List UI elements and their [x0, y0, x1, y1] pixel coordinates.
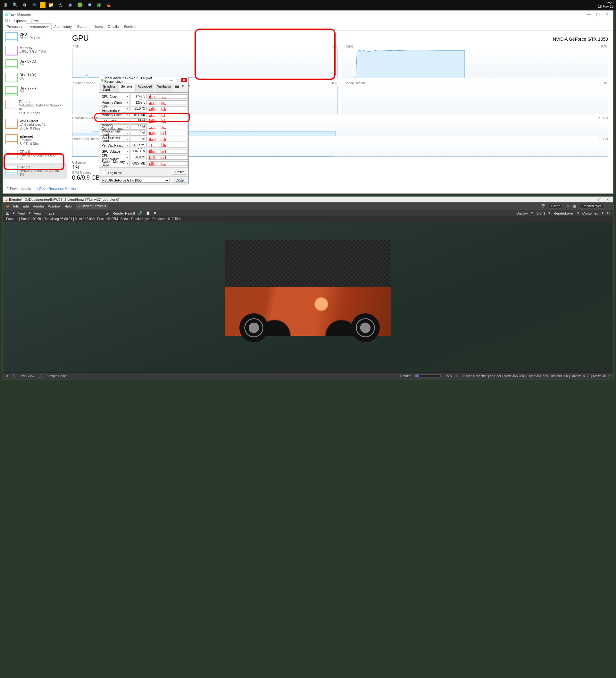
bl-menu-window[interactable]: Window	[48, 204, 60, 208]
gz-tab-valid[interactable]: Validation	[155, 84, 173, 92]
tab-apphistory[interactable]: App history	[52, 24, 74, 30]
bl-max[interactable]: ▢	[596, 197, 604, 202]
gz-log-check[interactable]: Log to file	[100, 169, 122, 175]
chrome-icon[interactable]: 🟢	[76, 1, 84, 9]
gz-tab-card[interactable]: Graphics Card	[100, 84, 118, 92]
bl-sub-view2[interactable]: View	[34, 211, 42, 215]
bl-copy-icon[interactable]: 📋	[146, 211, 150, 215]
bl-display[interactable]: Display	[516, 211, 528, 215]
bl-viewport[interactable]	[3, 222, 613, 372]
tab-users[interactable]: Users	[91, 24, 106, 30]
gz-row-gpu-load: GPU Load95 %	[100, 118, 188, 124]
bl-render-result[interactable]: Render Result	[113, 211, 135, 215]
gpuz-icon[interactable]: ▦	[95, 1, 103, 9]
explorer-icon[interactable]: 📁	[47, 1, 55, 9]
gz-row-cpu-temperature: CPU Temperature56.0 °C	[100, 155, 188, 160]
gz-row-memory-clock: Memory Clock1252.5 MHz	[100, 100, 188, 106]
gz-reset-btn[interactable]: Reset	[172, 170, 187, 175]
app-icon[interactable]	[40, 2, 45, 8]
gz-row-memory-used: Memory Used546 MB	[100, 112, 188, 118]
bl-link-icon[interactable]: 🔗	[138, 211, 142, 215]
sidebar-item-gpu-0[interactable]: GPU 0Intel(R) HD Graphics 6302%	[3, 148, 67, 163]
bl-slot[interactable]: Slot 1	[536, 211, 545, 215]
bl-scene-field[interactable]: Scene	[549, 204, 563, 209]
maximize-button[interactable]: ▢	[593, 12, 602, 17]
sidebar-item-ethernet[interactable]: EthernetEthernetS: 0 R: 0 Kbps	[3, 133, 67, 148]
bl-close[interactable]: ✕	[604, 197, 611, 202]
gz-row-video-engine-load: Video Engine Load0 %	[100, 130, 188, 136]
app2-icon[interactable]: ▣	[85, 1, 93, 9]
bl-combined[interactable]: Combined	[582, 211, 599, 215]
bl-x-icon[interactable]: ✕	[154, 211, 156, 215]
sidebar-item-gpu-2[interactable]: GPU 2NVIDIA GeForce GTX 10501%	[3, 163, 67, 179]
bl-sub-view[interactable]: View	[18, 211, 26, 215]
bl-back-btn[interactable]: ← Back to Previous	[76, 204, 108, 209]
sidebar-item-memory[interactable]: Memory6.8/15.9 GB (43%)	[3, 44, 67, 58]
bl-progress: 15%	[445, 374, 452, 378]
gz-tab-sensors[interactable]: Sensors	[119, 84, 135, 92]
open-resource-monitor[interactable]: ◷ Open Resource Monitor	[35, 187, 76, 191]
mouse-icon-2	[39, 374, 42, 378]
bl-cursor-icon: ✥	[6, 374, 9, 378]
bl-sub-image[interactable]: Image	[45, 211, 54, 215]
gz-close-btn[interactable]: Close	[172, 178, 187, 183]
tm-menubar[interactable]: File Options View	[3, 18, 613, 24]
tab-details[interactable]: Details	[106, 24, 121, 30]
gpuz-min[interactable]: —	[168, 78, 174, 82]
menu-options[interactable]: Options	[14, 19, 27, 23]
start-icon[interactable]: ⊞	[1, 1, 10, 9]
chart-cuda[interactable]	[342, 49, 608, 78]
menu-view[interactable]: View	[31, 19, 38, 23]
discord-icon[interactable]: ◉	[66, 1, 74, 9]
sidebar-item-disk-1-d-[interactable]: Disk 1 (D:)0%	[3, 71, 67, 84]
gpuz-close[interactable]: ✕	[181, 78, 187, 82]
sidebar-item-disk-0-c-[interactable]: Disk 0 (C:)2%	[3, 58, 67, 71]
sidebar-item-disk-2-f-[interactable]: Disk 2 (F:)0%	[3, 84, 67, 98]
tab-processes[interactable]: Processes	[4, 24, 26, 30]
taskview-icon[interactable]: ⧉	[20, 1, 29, 9]
bl-rlayer[interactable]: RenderLayer	[553, 211, 574, 215]
search-icon[interactable]: 🔍	[11, 1, 19, 9]
minimize-button[interactable]: —	[584, 12, 593, 17]
tab-startup[interactable]: Startup	[74, 24, 91, 30]
gz-device-select[interactable]: NVIDIA GeForce GTX 1050	[100, 178, 170, 183]
bl-editor-icon[interactable]: 🖼	[6, 211, 10, 215]
bl-gear-icon[interactable]: ⚙	[607, 211, 610, 215]
bl-menu-help[interactable]: Help	[65, 204, 72, 208]
tab-services[interactable]: Services	[121, 24, 140, 30]
sidebar-item-wi-fi-direct[interactable]: Wi-Fi DirectLAN-verbinding* 2S: 0 R: 0 K…	[3, 117, 67, 133]
fewer-details[interactable]: ⌃ Fewer details	[6, 187, 31, 191]
gz-row-gpu-clock: GPU Clock1746.5 MHz	[100, 93, 188, 100]
gz-refresh-icon[interactable]: ⟳	[181, 84, 186, 92]
bl-min[interactable]: —	[588, 197, 596, 201]
bl-menu-edit[interactable]: Edit	[23, 204, 29, 208]
chart-3d[interactable]	[72, 49, 337, 78]
tm-sidebar[interactable]: CPU68% 1.69 GHz Memory6.8/15.9 GB (43%) …	[3, 31, 67, 184]
bl-logo-icon[interactable]: ◒	[6, 204, 9, 208]
obs-icon[interactable]: ◎	[56, 1, 65, 9]
bl-cancel-icon[interactable]: ✕	[456, 374, 459, 378]
bl-stats: Scene Collection | carShell | Verts:365,…	[463, 374, 610, 378]
close-button[interactable]: ✕	[602, 12, 611, 17]
chart-vdec[interactable]	[342, 86, 608, 115]
gz-tab-adv[interactable]: Advanced	[135, 84, 154, 92]
bl-menu-file[interactable]: File	[13, 204, 19, 208]
menu-file[interactable]: File	[5, 19, 10, 23]
bl-layer-field[interactable]: RenderLayer	[580, 204, 603, 209]
gz-menu-icon[interactable]: ≡	[187, 84, 191, 92]
gpuz-window: ▦ TechPowerUp GPU-Z 2.31.0 (Not Respondi…	[99, 77, 189, 184]
sidebar-item-ethernet[interactable]: EthernetVirtualBox Host-Only Network #2S…	[3, 98, 67, 117]
bl-paint-icon[interactable]: 🖌	[106, 211, 109, 215]
sidebar-item-cpu[interactable]: CPU68% 1.69 GHz	[3, 31, 67, 44]
gz-camera-icon[interactable]: 📷	[174, 84, 180, 92]
windows-taskbar[interactable]: ⊞ 🔍 ⧉ ✉ 📁 ◎ ◉ 🟢 ▣ ▦ ◒ 22:2318-May-20	[0, 0, 616, 10]
gz-row-perfcap-reason: PerfCap Reasonvr, Thrm, VRel	[100, 142, 188, 148]
bl-menu-render[interactable]: Render	[33, 204, 44, 208]
tray-clock[interactable]: 22:2318-May-20	[596, 1, 616, 9]
blender-icon[interactable]: ◒	[105, 1, 113, 9]
gz-row-gpu-temperature: GPU Temperature51.0 °C	[100, 106, 188, 112]
gpuz-max[interactable]: ▢	[174, 78, 181, 82]
mail-icon[interactable]: ✉	[30, 1, 38, 9]
tab-performance[interactable]: Performance	[26, 24, 52, 31]
tm-tabs[interactable]: Processes Performance App history Startu…	[3, 24, 613, 31]
